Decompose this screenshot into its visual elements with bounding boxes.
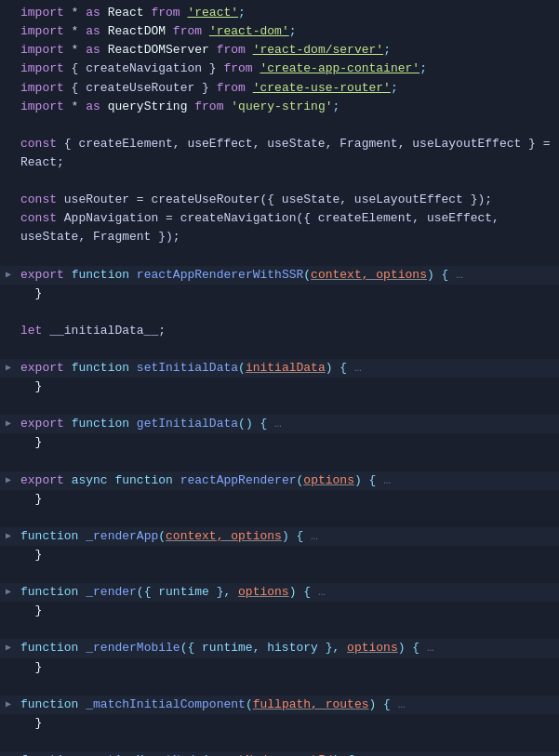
token-kw-as: as xyxy=(86,43,100,57)
token-reactdomserver-import: 'react-dom/server' xyxy=(253,43,383,57)
code-line-fn-setdata[interactable]: ▶export function setInitialData(initialD… xyxy=(0,359,559,378)
token-kw-from: from xyxy=(151,6,180,20)
token-fn-name: getInitialData xyxy=(137,417,238,431)
token-var-name: queryString xyxy=(100,99,194,113)
arrow-fn-render: ▶ xyxy=(6,583,19,600)
token-kw-as: as xyxy=(86,6,100,20)
token-kw-import: import xyxy=(20,61,64,75)
token-var-name: React xyxy=(100,6,152,20)
arrow-import-reactdomserver xyxy=(6,41,19,58)
token-closing-brace: } xyxy=(20,548,42,562)
code-line-fn-renderer[interactable]: ▶export async function reactAppRenderer(… xyxy=(0,471,559,490)
blank-line-blank5 xyxy=(0,340,559,359)
token-closing-brace: } xyxy=(20,379,42,393)
token-kw-import: import xyxy=(20,43,64,57)
token-kw-from: from xyxy=(217,81,246,95)
token-fn-name: setInitialData xyxy=(137,361,238,375)
arrow-const-destructure2 xyxy=(6,153,19,170)
token-fn-name: _matchInitialComponent xyxy=(86,697,246,711)
code-line-fn-getdata[interactable]: ▶export function getInitialData() { … xyxy=(0,415,559,433)
arrow-fn-matchinit-close xyxy=(6,714,19,731)
token-collapsed-dots: … xyxy=(448,268,463,282)
arrow-fn-renderapp: ▶ xyxy=(6,527,19,544)
token-kw-as: as xyxy=(86,99,100,113)
blank-line-blank11 xyxy=(0,677,559,696)
token-default xyxy=(129,417,137,431)
token-param: context, options xyxy=(166,529,282,543)
token-kw-import: import xyxy=(20,6,64,20)
token-collapsed-dots: … xyxy=(376,473,391,487)
token-default: * xyxy=(64,6,86,20)
token-kw-function: function xyxy=(20,529,78,543)
code-line-const-destructure: const { createElement, useEffect, useSta… xyxy=(0,135,559,153)
token-var-name: ReactDOMServer xyxy=(100,43,217,57)
arrow-import-reactdom xyxy=(6,22,19,39)
arrow-fn-getmountnode: ▶ xyxy=(6,751,19,756)
token-collapsed-dots: … xyxy=(391,697,406,711)
arrow-fn-getdata-close xyxy=(6,433,19,450)
code-line-fn-rendermobile[interactable]: ▶function _renderMobile({ runtime, histo… xyxy=(0,639,559,657)
code-line-fn-renderapp[interactable]: ▶function _renderApp(context, options) {… xyxy=(0,527,559,546)
token-default xyxy=(129,361,137,375)
token-closing-brace: } xyxy=(20,492,42,506)
arrow-import-createnavigation xyxy=(6,60,19,76)
token-punct: ; xyxy=(289,24,297,38)
token-default: { createNavigation } xyxy=(64,61,224,75)
token-kw-export: export xyxy=(20,473,64,487)
token-default: { createUseRouter } xyxy=(64,81,217,95)
code-line-fn-getmountnode[interactable]: ▶function _getAppMountNode(mountNode, ro… xyxy=(0,751,559,756)
token-param: context, options xyxy=(311,268,427,282)
token-var-name: ReactDOM xyxy=(100,24,173,38)
token-punct: ) { xyxy=(326,361,347,375)
arrow-fn-renderer: ▶ xyxy=(6,471,19,488)
code-line-fn-rendermobile-close: } xyxy=(0,658,559,677)
arrow-import-createuserouter xyxy=(6,79,19,96)
token-default xyxy=(64,473,72,487)
blank-line-blank2 xyxy=(0,172,559,191)
code-line-fn-renderapp-close: } xyxy=(0,546,559,564)
token-fn-name: reactAppRenderer xyxy=(180,473,297,487)
code-line-import-react: import * as React from 'react'; xyxy=(0,4,559,22)
token-kw-export: export xyxy=(20,417,64,431)
token-default xyxy=(202,24,209,38)
token-default: * xyxy=(64,43,86,57)
arrow-fn-ssr-close xyxy=(6,285,19,301)
token-kw-export: export xyxy=(20,268,64,282)
token-punct: ) { xyxy=(289,585,311,599)
token-punct: ( xyxy=(158,529,166,543)
code-line-fn-ssr[interactable]: ▶export function reactAppRendererWithSSR… xyxy=(0,266,559,285)
arrow-const-appnav1 xyxy=(6,209,19,226)
token-default: useState, Fragment }); xyxy=(20,230,180,244)
token-default: * xyxy=(64,24,86,38)
token-punct: ; xyxy=(419,61,427,75)
token-default xyxy=(246,43,253,57)
code-line-fn-render[interactable]: ▶function _render({ runtime }, options) … xyxy=(0,583,559,602)
token-collapsed-dots: … xyxy=(303,529,318,543)
token-punct: ) { xyxy=(354,473,376,487)
blank-line-blank10 xyxy=(0,620,559,639)
token-querystring-import: 'query-string' xyxy=(231,99,332,113)
token-punct: ( xyxy=(303,268,311,282)
token-kw-from: from xyxy=(194,99,223,113)
code-line-fn-renderer-close: } xyxy=(0,490,559,509)
token-default: __initialData__; xyxy=(42,324,166,338)
token-kw-const: const xyxy=(20,137,57,151)
token-collapsed-dots: … xyxy=(267,417,282,431)
token-collapsed-dots: … xyxy=(419,641,434,655)
token-kw-import: import xyxy=(20,81,64,95)
token-param: fullpath, routes xyxy=(253,697,369,711)
token-punct: ; xyxy=(383,43,391,57)
arrow-const-userouter xyxy=(6,191,19,207)
blank-line-blank4 xyxy=(0,303,559,322)
code-line-const-appnav2: useState, Fragment }); xyxy=(0,228,559,246)
code-line-fn-matchinit[interactable]: ▶function _matchInitialComponent(fullpat… xyxy=(0,696,559,714)
token-kw-function: function xyxy=(20,697,78,711)
token-punct: ) { xyxy=(369,697,391,711)
code-line-fn-ssr-close: } xyxy=(0,285,559,303)
token-kw-async: async xyxy=(72,473,108,487)
token-kw-function: function xyxy=(114,473,172,487)
token-fn-name: _render xyxy=(86,585,137,599)
token-default xyxy=(129,268,137,282)
token-default: AppNavigation = createNavigation({ creat… xyxy=(57,211,499,225)
token-punct: ( xyxy=(238,361,246,375)
